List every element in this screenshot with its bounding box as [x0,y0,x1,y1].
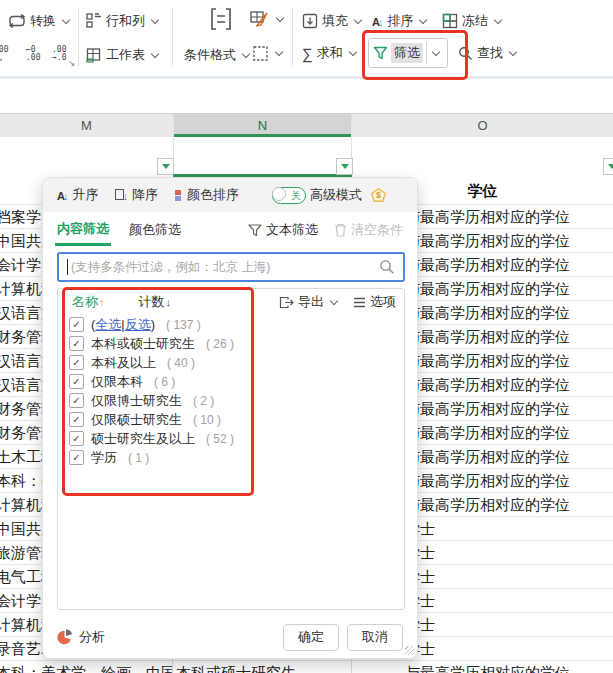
filter-list-item[interactable]: ✓仅限硕士研究生( 10 ) [58,410,404,429]
freeze-panes-icon [442,13,458,29]
selected-cell-row[interactable] [0,137,613,177]
autofilter-dropdown-m[interactable] [157,158,174,175]
item-label: 学历 [91,449,117,467]
text-filter-button[interactable]: 文本筛选 [248,221,318,239]
checkbox-checked-icon[interactable]: ✓ [69,450,84,465]
checkbox-checked-icon[interactable]: ✓ [69,412,84,427]
filter-list: ✓ (全选|反选) ( 137 ) ✓本科或硕士研究生( 26 )✓本科及以上(… [58,313,404,467]
dialog-launcher-icon[interactable]: ↘ [68,58,76,68]
filter-button[interactable]: 筛选 [368,38,448,68]
filter-list-item[interactable]: ✓硕士研究生及以上( 52 ) [58,429,404,448]
autofilter-dropdown-n[interactable] [336,158,353,175]
tab-content-filter[interactable]: 内容筛选 [57,220,109,240]
filter-list-item[interactable]: ✓仅限本科( 6 ) [58,372,404,391]
select-all-link[interactable]: 全选 [95,317,121,332]
tab-color-filter[interactable]: 颜色筛选 [129,221,181,239]
filter-arrow-icon [162,164,170,169]
autofilter-panel: A↓ 升序 ↓ 降序 颜色排序 关 高级模式 $ 内容筛选 颜色 [42,177,418,659]
sort-descending-button[interactable]: ↓ 降序 [115,186,158,204]
export-icon [279,296,294,309]
decrease-decimal-icon[interactable]: ←0 .00 [26,46,40,62]
export-label: 导出 [298,293,324,311]
checkbox-checked-icon[interactable]: ✓ [69,393,84,408]
o-cell-text: 与最高学历相对应的学位 [405,256,570,275]
column-gridline [351,657,352,673]
filter-list-item[interactable]: ✓仅限博士研究生( 2 ) [58,391,404,410]
toggle-off-icon[interactable]: 关 [272,187,306,204]
item-label: 本科及以上 [91,354,156,372]
panel-resize-handle[interactable] [405,646,414,655]
o-cell-text: 与最高学历相对应的学位 [405,280,570,299]
fill-icon [302,13,318,29]
toolbar-separator [78,8,79,66]
item-count: ( 26 ) [206,337,234,351]
count-sort-header[interactable]: 计数↓ [139,293,172,311]
options-button[interactable]: 选项 [353,293,396,311]
checkbox-checked-icon[interactable]: ✓ [69,355,84,370]
item-label: 仅限本科 [91,373,143,391]
name-sort-header[interactable]: 名称↑ [72,293,105,311]
chevron-down-icon[interactable] [432,47,440,55]
checkbox-checked-icon[interactable]: ✓ [69,317,84,332]
column-header-o[interactable]: O [352,114,613,137]
cancel-button[interactable]: 取消 [347,624,403,651]
find-button[interactable]: 查找 [458,42,516,64]
thousands-format-icon[interactable]: 000 , [0,46,8,62]
fill-button[interactable]: 填充 [302,10,361,32]
search-icon[interactable] [379,259,395,275]
borders-button[interactable] [252,42,282,64]
freeze-button[interactable]: 冻结 [442,10,501,32]
increase-decimal-icon[interactable]: .00 →.0 [52,46,66,62]
item-label: 仅限硕士研究生 [91,411,182,429]
sum-button[interactable]: ∑ 求和 [302,42,356,64]
o-cell-text: 与最高学历相对应的学位 [405,328,570,347]
sort-ascending-button[interactable]: A↓ 升序 [57,186,98,204]
chevron-down-icon [494,15,502,23]
rows-cols-button[interactable]: 行和列 [86,10,158,32]
conditional-format-button[interactable]: 条件格式 [184,44,249,66]
ok-button[interactable]: 确定 [283,624,339,651]
checkbox-checked-icon[interactable]: ✓ [69,374,84,389]
autofilter-dropdown-o[interactable] [603,158,613,175]
select-all-invert: (全选|反选) [91,316,155,334]
filter-list-item[interactable]: ✓本科或硕士研究生( 26 ) [58,334,404,353]
chevron-down-icon [151,49,159,57]
options-menu-icon [353,297,366,308]
advanced-mode-toggle[interactable]: 关 高级模式 $ [272,186,386,204]
sort-desc-icon: ↓ [115,188,128,203]
table-style-button[interactable] [250,8,283,30]
item-count: ( 2 ) [193,394,214,408]
search-placeholder: (支持多条件过滤，例如：北京 上海) [71,259,379,276]
filter-list-item[interactable]: ✓本科及以上( 40 ) [58,353,404,372]
invert-link[interactable]: 反选 [125,317,151,332]
m-cell-text: 档案学 [0,208,41,227]
export-button[interactable]: 导出 [279,293,337,311]
m-cell-text: 会计学 [0,256,41,275]
column-header-m[interactable]: M [0,114,173,137]
filter-search-input[interactable]: (支持多条件过滤，例如：北京 上海) [57,252,405,282]
worksheet-button[interactable]: 工作表 [86,44,158,66]
color-sort-button[interactable]: 颜色排序 [175,186,239,204]
chevron-down-icon [354,15,362,23]
sheet-bottom-row: 本科：美术学、绘画、中国画、研究 本科或硕士研究生 与最高学历相对应的学位 [0,661,613,673]
filter-list-item-select-all[interactable]: ✓ (全选|反选) ( 137 ) [58,315,404,334]
convert-button[interactable]: 转换 [8,10,69,32]
analyze-button[interactable]: 分析 [57,628,105,646]
trash-icon [334,223,347,237]
merge-cells-icon[interactable] [208,6,234,32]
convert-label: 转换 [30,12,56,30]
column-header-n[interactable]: N [173,114,352,137]
clear-conditions-button[interactable]: 清空条件 [334,221,403,239]
checkbox-checked-icon[interactable]: ✓ [69,431,84,446]
sort-button[interactable]: A↓ 排序 [372,10,426,32]
find-label: 查找 [477,44,503,62]
filter-list-item[interactable]: ✓学历( 1 ) [58,448,404,467]
item-count: ( 10 ) [193,413,221,427]
advanced-mode-label: 高级模式 [310,186,362,204]
pie-chart-icon [57,629,73,645]
chevron-down-icon [275,47,283,55]
chevron-down-icon [151,15,159,23]
chevron-down-icon [62,15,70,23]
column-gridline [172,659,173,673]
checkbox-checked-icon[interactable]: ✓ [69,336,84,351]
